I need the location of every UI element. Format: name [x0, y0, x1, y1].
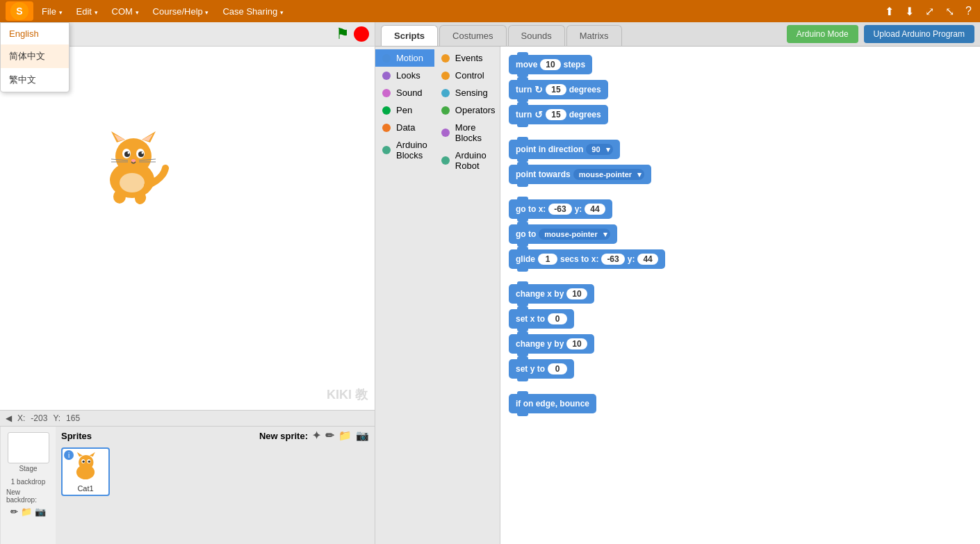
- block-move-input[interactable]: 10: [540, 59, 560, 70]
- coord-y-value: 165: [66, 413, 80, 423]
- folder-sprite-icon[interactable]: 📁: [338, 429, 352, 442]
- block-change-x[interactable]: change x by 10: [509, 284, 594, 304]
- svg-point-13: [142, 152, 144, 154]
- menu-com[interactable]: COM ▾: [106, 3, 145, 19]
- categories-grid: Motion Looks Sound Pen: [375, 49, 500, 174]
- svg-point-23: [79, 454, 93, 469]
- expand-toolbar-icon[interactable]: ⤡: [942, 3, 957, 19]
- block-set-y[interactable]: set y to 0: [509, 359, 574, 379]
- sprites-header: Sprites New sprite: ✦ ✏ 📁 📷: [56, 427, 375, 445]
- category-sound[interactable]: Sound: [375, 84, 434, 101]
- block-turn-cw-input[interactable]: 15: [546, 84, 566, 95]
- block-turn-ccw-input[interactable]: 15: [546, 109, 566, 120]
- tab-scripts[interactable]: Scripts: [381, 25, 438, 46]
- green-flag-button[interactable]: ⚑: [336, 25, 350, 43]
- block-turn-ccw[interactable]: turn ↺ 15 degrees: [509, 105, 608, 124]
- camera-sprite-icon[interactable]: 📷: [356, 429, 369, 442]
- category-looks[interactable]: Looks: [375, 67, 434, 84]
- stage-thumbnail: [8, 432, 49, 463]
- tab-sounds[interactable]: Sounds: [508, 25, 565, 46]
- category-motion[interactable]: Motion: [375, 49, 434, 67]
- svg-text:S: S: [16, 6, 22, 17]
- block-point-direction[interactable]: point in direction 90: [509, 140, 620, 159]
- category-arduino-blocks[interactable]: Arduino Blocks: [375, 136, 434, 164]
- lang-traditional-chinese[interactable]: 繁中文: [1, 68, 69, 92]
- stop-button[interactable]: [354, 26, 369, 42]
- new-sprite-label: New sprite:: [259, 431, 308, 441]
- paint-sprite-icon[interactable]: ✦: [312, 429, 321, 442]
- block-go-to[interactable]: go to mouse-pointer: [509, 224, 617, 244]
- block-change-x-input[interactable]: 10: [566, 288, 587, 299]
- block-move[interactable]: move 10 steps: [509, 55, 592, 74]
- category-more-blocks[interactable]: More Blocks: [434, 119, 500, 147]
- block-gotoxy-x[interactable]: -63: [548, 204, 571, 215]
- block-turn-cw[interactable]: turn ↻ 15 degrees: [509, 80, 608, 99]
- paint-backdrop-icon[interactable]: ✏: [10, 506, 18, 517]
- menu-bar: S File ▾ Edit ▾ COM ▾ Course/Help ▾ Case…: [0, 0, 980, 22]
- stage-area: ⚑: [0, 22, 375, 544]
- help-toolbar-icon[interactable]: ?: [963, 3, 974, 19]
- sprites-list: i Cat1: [56, 445, 375, 499]
- lang-simplified-chinese[interactable]: 简体中文: [1, 44, 69, 68]
- block-glide-x[interactable]: -63: [601, 254, 624, 265]
- stage-scroll-left[interactable]: ◀: [6, 413, 12, 423]
- menu-course-help[interactable]: Course/Help ▾: [147, 3, 215, 19]
- upload-toolbar-icon[interactable]: ⬆: [882, 3, 897, 19]
- block-point-towards[interactable]: point towards mouse-pointer: [509, 165, 651, 184]
- block-set-y-input[interactable]: 0: [548, 363, 567, 374]
- block-if-edge[interactable]: if on edge, bounce: [509, 394, 596, 413]
- script-content: Motion Looks Sound Pen: [375, 47, 980, 544]
- svg-point-12: [128, 152, 130, 154]
- block-change-y[interactable]: change y by 10: [509, 334, 594, 354]
- block-go-to-xy[interactable]: go to x: -63 y: 44: [509, 199, 612, 219]
- block-palette: Motion Looks Sound Pen: [375, 47, 500, 544]
- backdrop-count: 1 backdrop: [11, 478, 45, 486]
- download-toolbar-icon[interactable]: ⬇: [902, 3, 917, 19]
- menu-edit[interactable]: Edit ▾: [71, 3, 104, 19]
- app-logo: S: [6, 1, 33, 21]
- script-editor: Scripts Costumes Sounds Matrixs Arduino …: [375, 22, 980, 544]
- tab-matrixs[interactable]: Matrixs: [566, 25, 622, 46]
- category-sensing[interactable]: Sensing: [434, 84, 500, 101]
- block-goto-dropdown[interactable]: mouse-pointer: [539, 229, 610, 240]
- tab-costumes[interactable]: Costumes: [439, 25, 507, 46]
- category-operators[interactable]: Operators: [434, 101, 500, 119]
- category-pen[interactable]: Pen: [375, 101, 434, 119]
- new-backdrop-label: New backdrop:: [6, 488, 50, 504]
- lang-english[interactable]: English: [1, 23, 69, 44]
- resize-toolbar-icon[interactable]: ⤢: [922, 3, 937, 19]
- block-change-y-input[interactable]: 10: [566, 338, 587, 349]
- category-events[interactable]: Events: [434, 49, 500, 67]
- category-data[interactable]: Data: [375, 119, 434, 136]
- new-sprite-controls: New sprite: ✦ ✏ 📁 📷: [259, 429, 369, 442]
- block-set-x[interactable]: set x to 0: [509, 309, 574, 329]
- block-gap-1: [509, 130, 972, 135]
- pencil-sprite-icon[interactable]: ✏: [325, 429, 334, 442]
- block-glide-y[interactable]: 44: [637, 254, 658, 265]
- sprite-info-icon[interactable]: i: [64, 450, 74, 460]
- block-glide[interactable]: glide 1 secs to x: -63 y: 44: [509, 249, 665, 269]
- main-layout: ⚑: [0, 22, 980, 544]
- category-arduino-robot[interactable]: Arduino Robot: [434, 147, 500, 174]
- arduino-mode-button[interactable]: Arduino Mode: [787, 25, 858, 43]
- svg-point-20: [113, 190, 126, 204]
- svg-point-19: [120, 173, 145, 192]
- svg-point-28: [83, 460, 85, 462]
- upload-arduino-button[interactable]: Upload Arduino Program: [864, 25, 974, 43]
- menu-case-sharing[interactable]: Case Sharing ▾: [217, 3, 288, 19]
- block-gap-3: [509, 274, 972, 280]
- block-gotoxy-y[interactable]: 44: [585, 204, 605, 215]
- menu-file[interactable]: File ▾: [36, 3, 68, 19]
- category-control[interactable]: Control: [434, 67, 500, 84]
- sprite-thumb-cat1[interactable]: i Cat1: [61, 447, 110, 496]
- block-set-x-input[interactable]: 0: [548, 313, 567, 324]
- block-towards-dropdown[interactable]: mouse-pointer: [573, 169, 644, 180]
- block-glide-secs[interactable]: 1: [538, 254, 557, 265]
- block-direction-dropdown[interactable]: 90: [586, 144, 612, 155]
- sprite-name: Cat1: [77, 484, 93, 493]
- camera-backdrop-icon[interactable]: 📷: [35, 506, 46, 517]
- language-dropdown: English 简体中文 繁中文: [0, 22, 70, 92]
- folder-backdrop-icon[interactable]: 📁: [21, 506, 32, 517]
- coord-y-label: Y:: [53, 413, 60, 423]
- svg-point-3: [115, 138, 152, 174]
